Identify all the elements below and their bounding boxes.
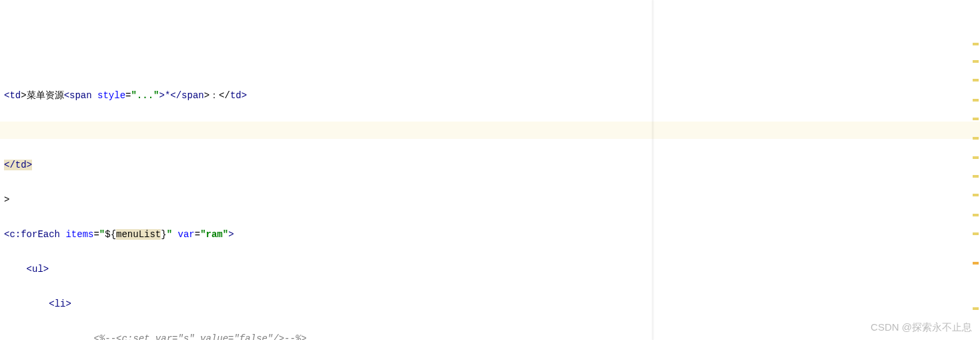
marker-bar[interactable]	[972, 0, 979, 340]
code-line: <td>菜单资源<span style="...">*</span>：</td>	[4, 87, 976, 104]
marker-stripe[interactable]	[973, 43, 979, 45]
marker-stripe[interactable]	[973, 118, 979, 120]
code-line: <c:forEach items="${menuList}" var="ram"…	[4, 226, 976, 243]
marker-stripe[interactable]	[973, 99, 979, 102]
watermark: CSDN @探索永不止息	[871, 319, 972, 336]
marker-stripe[interactable]	[973, 262, 979, 265]
marker-stripe[interactable]	[973, 175, 979, 178]
code-line: </td>	[4, 156, 976, 174]
marker-stripe[interactable]	[973, 79, 979, 81]
code-editor[interactable]: <td>菜单资源<span style="...">*</span>：</td>…	[0, 69, 980, 340]
marker-stripe[interactable]	[973, 60, 979, 63]
marker-stripe[interactable]	[973, 214, 979, 216]
marker-stripe[interactable]	[973, 307, 979, 310]
marker-stripe[interactable]	[973, 194, 979, 196]
marker-stripe[interactable]	[973, 156, 979, 159]
code-line: <li>	[4, 295, 976, 313]
highlighted-empty-line	[0, 122, 980, 139]
marker-stripe[interactable]	[973, 137, 979, 140]
marker-stripe[interactable]	[973, 232, 979, 235]
code-line: <ul>	[4, 261, 976, 278]
column-guide	[652, 0, 653, 340]
code-line: <%--<c:set var="s" value="false"/>--%>	[4, 330, 976, 340]
code-line: >	[4, 191, 976, 208]
